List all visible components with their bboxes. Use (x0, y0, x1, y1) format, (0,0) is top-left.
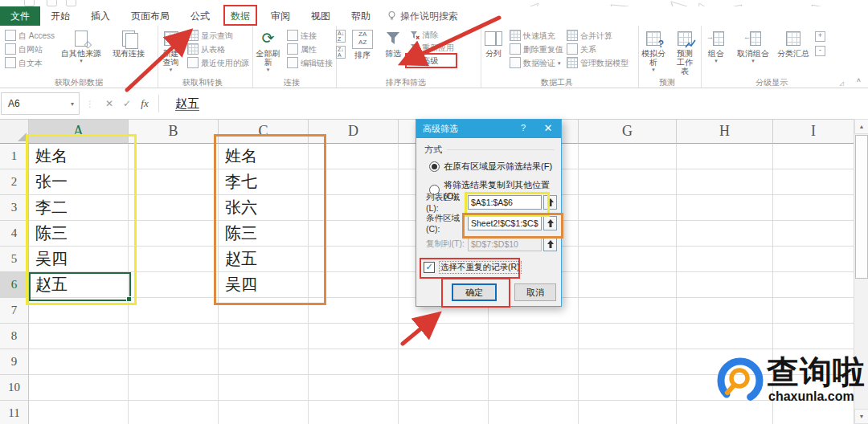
tell-me-search[interactable]: 操作说明搜索 (381, 6, 465, 26)
existing-connections-button[interactable]: 现有连接 (106, 28, 151, 58)
cell[interactable] (129, 349, 219, 375)
cell[interactable] (129, 324, 219, 349)
column-header-A[interactable]: A (29, 119, 129, 144)
tab-file[interactable]: 文件 (0, 6, 40, 26)
cell[interactable] (399, 349, 489, 375)
cell[interactable] (29, 375, 129, 401)
cell[interactable] (677, 324, 773, 349)
cell[interactable] (129, 247, 219, 272)
checkbox-checked-icon[interactable]: ✓ (424, 262, 435, 273)
cell[interactable] (677, 221, 773, 247)
row-header-9[interactable]: 9 (0, 349, 29, 375)
cell[interactable] (677, 349, 773, 375)
filter-button[interactable]: 筛选 (378, 28, 408, 58)
tab-help[interactable]: 帮助 (341, 6, 381, 26)
row-header-2[interactable]: 2 (0, 169, 29, 195)
cell[interactable] (129, 375, 219, 401)
show-detail-icon[interactable]: + (815, 31, 825, 42)
cell-A4[interactable]: 陈三 (29, 221, 129, 247)
cell[interactable] (773, 349, 854, 375)
cell[interactable] (773, 221, 854, 247)
from-access-button[interactable]: 自 Access (5, 30, 55, 41)
properties-button[interactable]: 属性 (287, 43, 333, 55)
criteria-range-picker-button[interactable] (543, 216, 557, 230)
cell-C6[interactable]: 吴四 (219, 272, 309, 298)
cell[interactable] (129, 144, 219, 169)
data-validation-button[interactable]: 数据验证▾ (510, 57, 563, 68)
enter-entry-icon[interactable]: ✓ (118, 98, 136, 109)
cell[interactable] (677, 195, 773, 221)
clear-filter-button[interactable]: 清除 (410, 30, 454, 40)
column-header-G[interactable]: G (579, 119, 677, 144)
radio-selected-icon[interactable] (429, 161, 440, 172)
edit-links-button[interactable]: 编辑链接 (287, 57, 333, 68)
cell[interactable] (773, 298, 854, 324)
radio-filter-in-place[interactable]: 在原有区域显示筛选结果(F) (429, 161, 552, 173)
group-button[interactable]: → 组合 ▾ (699, 28, 733, 63)
cell-C2[interactable]: 李七 (219, 169, 309, 195)
cell[interactable] (773, 324, 854, 349)
from-web-button[interactable]: 自网站 (5, 43, 55, 55)
recent-sources-button[interactable]: 最近使用的源 (187, 57, 249, 68)
cell[interactable] (677, 247, 773, 272)
cell[interactable] (309, 169, 399, 195)
relationships-button[interactable]: 关系 (567, 43, 628, 55)
connections-button[interactable]: 连接 (287, 30, 333, 41)
cell[interactable] (219, 375, 309, 401)
reapply-filter-button[interactable]: 重新应用 (410, 43, 454, 53)
cell[interactable] (579, 375, 677, 401)
cell-A5[interactable]: 吴四 (29, 247, 129, 272)
cell[interactable] (773, 169, 854, 195)
column-header-B[interactable]: B (129, 119, 219, 144)
cell[interactable] (489, 401, 579, 424)
cell[interactable] (773, 195, 854, 221)
tab-formulas[interactable]: 公式 (180, 6, 220, 26)
cancel-entry-icon[interactable]: ✕ (100, 98, 118, 109)
outline-dialog-launcher-icon[interactable]: ◿ (840, 80, 844, 87)
column-header-D[interactable]: D (309, 119, 399, 144)
from-other-sources-button[interactable]: ◇ 自其他来源 ▾ (56, 28, 106, 63)
cell-A3[interactable]: 李二 (29, 195, 129, 221)
cell-A2[interactable]: 张一 (29, 169, 129, 195)
collapse-ribbon-icon[interactable]: ˄ (857, 76, 861, 84)
row-header-6[interactable]: 6 (0, 272, 29, 298)
cell[interactable] (579, 349, 677, 375)
cell[interactable] (309, 375, 399, 401)
row-header-4[interactable]: 4 (0, 221, 29, 247)
row-header-11[interactable]: 11 (0, 401, 29, 424)
flash-fill-button[interactable]: 快速填充 (510, 30, 563, 41)
cell[interactable] (677, 401, 773, 424)
from-text-button[interactable]: 自文本 (5, 57, 55, 68)
cell[interactable] (309, 324, 399, 349)
row-header-5[interactable]: 5 (0, 247, 29, 272)
dialog-close-icon[interactable]: ✕ (542, 122, 555, 134)
ok-button[interactable]: 确定 (452, 283, 497, 301)
scrollbar-thumb[interactable] (855, 135, 868, 279)
forecast-sheet-button[interactable]: 预测工作表 (670, 28, 699, 75)
cell-C5[interactable]: 赵五 (219, 247, 309, 272)
cell[interactable] (309, 144, 399, 169)
cell-A1[interactable]: 姓名 (29, 144, 129, 169)
row-header-8[interactable]: 8 (0, 324, 29, 349)
manage-data-model-button[interactable]: 管理数据模型 (567, 57, 628, 68)
row-header-10[interactable]: 10 (0, 375, 29, 401)
criteria-range-input[interactable] (468, 216, 542, 230)
cell[interactable] (489, 349, 579, 375)
tab-view[interactable]: 视图 (301, 6, 341, 26)
new-query-button[interactable]: 新建查询 ▾ (156, 28, 186, 72)
copy-to-picker-button[interactable] (543, 237, 557, 251)
column-header-H[interactable]: H (677, 119, 773, 144)
save-icon[interactable] (24, 0, 35, 6)
from-table-button[interactable]: 从表格 (187, 43, 249, 55)
cell[interactable] (773, 144, 854, 169)
cell[interactable] (309, 247, 399, 272)
subtotal-button[interactable]: 分类汇总 (773, 28, 813, 58)
cell[interactable] (29, 401, 129, 424)
tab-insert[interactable]: 插入 (80, 6, 121, 26)
sort-descending-icon[interactable]: Z↓A (336, 46, 346, 59)
cell[interactable] (219, 401, 309, 424)
unique-records-checkbox-row[interactable]: ✓ 选择不重复的记录(R) (424, 261, 522, 274)
sort-ascending-icon[interactable]: A↓Z (336, 30, 346, 43)
cell[interactable] (579, 247, 677, 272)
consolidate-button[interactable]: 合并计算 (567, 30, 628, 41)
